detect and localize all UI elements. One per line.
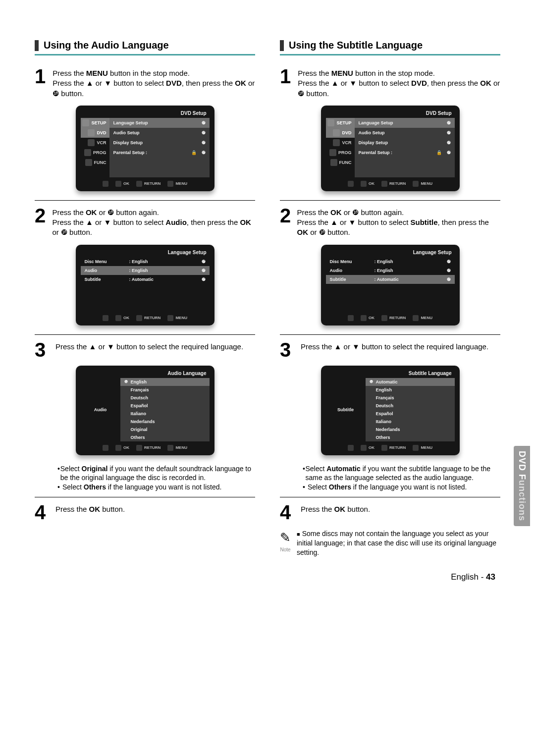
osd-menu-row: Parental Setup :🔒❿ xyxy=(109,148,210,158)
step-2-right: 2 Press the OK or ❿ button again.Press t… xyxy=(280,207,500,238)
osd-menu-row: Language Setup❿ xyxy=(109,118,210,128)
divider-teal xyxy=(280,54,500,55)
note-label: Note xyxy=(280,546,291,553)
osd-side-tab: PROG xyxy=(326,148,355,158)
osd-left-label: Audio xyxy=(81,378,120,441)
osd-main-menu: Language Setup❿Audio Setup❿Display Setup… xyxy=(355,118,455,177)
osd-footer: OKRETURNMENU xyxy=(326,179,455,188)
osd-option-list: ❿English❿Français❿Deutsch❿Español❿Italia… xyxy=(120,378,210,441)
osd-option: ❿Français xyxy=(366,394,455,402)
right-column: Using the Subtitle Language 1 Press the … xyxy=(280,40,500,557)
osd-lang-row: Audio: English❿ xyxy=(81,266,210,275)
note-box: ✎ Note ■Some discs may not contain the l… xyxy=(280,529,500,557)
nav-icon xyxy=(348,315,354,321)
osd-menu-row: Audio Setup❿ xyxy=(355,128,455,138)
osd-side-tab: FUNC xyxy=(326,158,355,167)
osd-title: DVD Setup xyxy=(81,109,210,118)
osd-menu-row: Parental Setup :🔒❿ xyxy=(355,148,455,158)
osd-dvd-setup-right: DVD Setup SETUPDVDVCRPROGFUNC Language S… xyxy=(321,106,460,191)
osd-side-tab: VCR xyxy=(326,138,355,148)
side-tab-dim: unctions xyxy=(517,480,527,521)
osd-footer: OKRETURNMENU xyxy=(81,179,210,188)
pencil-icon: ✎ xyxy=(280,529,291,546)
bullet-item: •Select Automatic if you want the subtit… xyxy=(303,464,500,483)
osd-language-setup-right: Language Setup Disc Menu: English❿Audio:… xyxy=(321,245,460,325)
osd-side-tab: FUNC xyxy=(81,158,109,167)
osd-option: ❿Others xyxy=(366,433,455,441)
osd-subtitle-language: Subtitle Language Subtitle ❿Automatic❿En… xyxy=(321,366,460,455)
osd-side-tabs: SETUPDVDVCRPROGFUNC xyxy=(326,118,355,177)
title-bar-icon xyxy=(280,40,284,51)
nav-icon xyxy=(103,315,108,321)
footer-language: English xyxy=(451,572,479,582)
left-column: Using the Audio Language 1 Press the MEN… xyxy=(35,40,255,557)
osd-language-setup-left: Language Setup Disc Menu: English❿Audio:… xyxy=(76,245,214,325)
osd-title: Audio Language xyxy=(81,370,210,378)
divider xyxy=(35,200,255,201)
step-4-left: 4 Press the OK button. xyxy=(35,503,255,521)
osd-lang-row: Subtitle: Automatic❿ xyxy=(326,275,455,284)
divider xyxy=(280,200,500,201)
nav-icon xyxy=(103,445,108,451)
osd-option: ❿Nederlands xyxy=(366,426,455,433)
heading-subtitle: Using the Subtitle Language xyxy=(289,40,423,51)
osd-side-tab: SETUP xyxy=(326,118,355,128)
osd-option: ❿Español xyxy=(120,402,210,410)
osd-footer: OKRETURNMENU xyxy=(326,443,455,452)
bullet-item: •Select Others if the language you want … xyxy=(303,483,500,492)
osd-side-tab: DVD xyxy=(326,128,355,138)
osd-side-tab: VCR xyxy=(81,138,109,148)
osd-menu-row: Audio Setup❿ xyxy=(109,128,210,138)
osd-option: ❿Deutsch xyxy=(366,402,455,410)
step-text: Press the MENU button in the stop mode.P… xyxy=(53,67,255,99)
step-1-left: 1 Press the MENU button in the stop mode… xyxy=(35,67,255,99)
two-column-layout: Using the Audio Language 1 Press the MEN… xyxy=(35,40,500,557)
note-body: Some discs may not contain the language … xyxy=(297,530,496,556)
step-number: 3 xyxy=(280,341,301,359)
osd-footer: OKRETURNMENU xyxy=(81,314,210,323)
note-text: ■Some discs may not contain the language… xyxy=(297,529,500,557)
square-bullet-icon: ■ xyxy=(297,531,300,537)
step-number: 4 xyxy=(280,503,301,521)
note-icon: ✎ Note xyxy=(280,529,291,557)
osd-dvd-setup-left: DVD Setup SETUPDVDVCRPROGFUNC Language S… xyxy=(76,106,214,191)
osd-option: ❿English xyxy=(366,386,455,394)
osd-option: ❿Original xyxy=(120,426,210,433)
osd-footer: OKRETURNMENU xyxy=(326,314,455,323)
osd-option: ❿Italiano xyxy=(120,410,210,418)
osd-lang-row: Disc Menu: English❿ xyxy=(326,257,455,266)
osd-footer: OKRETURNMENU xyxy=(81,443,210,452)
osd-title: DVD Setup xyxy=(326,109,455,118)
step-1-right: 1 Press the MENU button in the stop mode… xyxy=(280,67,500,99)
osd-option: ❿Others xyxy=(120,433,210,441)
step-3-left: 3 Press the ▲ or ▼ button to select the … xyxy=(35,341,255,359)
section-title-right: Using the Subtitle Language xyxy=(280,40,500,51)
title-bar-icon xyxy=(35,40,39,51)
step-number: 1 xyxy=(280,67,298,99)
osd-menu-row: Display Setup❿ xyxy=(109,138,210,148)
osd-lang-rows: Disc Menu: English❿Audio: English❿Subtit… xyxy=(81,257,210,284)
osd-option: ❿Nederlands xyxy=(120,418,210,426)
osd-side-tab: PROG xyxy=(81,148,109,158)
osd-title: Language Setup xyxy=(326,249,455,257)
osd-option: ❿Automatic xyxy=(366,378,455,386)
osd-left-label: Subtitle xyxy=(326,378,366,441)
step-text: Press the ▲ or ▼ button to select the re… xyxy=(301,341,488,359)
osd-lang-row: Disc Menu: English❿ xyxy=(81,257,210,266)
step-2-left: 2 Press the OK or ❿ button again.Press t… xyxy=(35,207,255,238)
bullets-left: •Select Original if you want the default… xyxy=(57,464,255,492)
step-text: Press the OK button. xyxy=(301,503,370,521)
osd-option: ❿English xyxy=(120,378,210,386)
divider-teal xyxy=(35,54,255,55)
step-text: Press the OK or ❿ button again.Press the… xyxy=(297,207,500,238)
section-title-left: Using the Audio Language xyxy=(35,40,255,51)
osd-title: Subtitle Language xyxy=(326,370,455,378)
osd-lang-row: Subtitle: Automatic❿ xyxy=(81,275,210,284)
osd-menu-row: Display Setup❿ xyxy=(355,138,455,148)
bullet-item: •Select Original if you want the default… xyxy=(57,464,255,483)
osd-side-tab: DVD xyxy=(81,128,109,138)
osd-lang-row: Audio: English❿ xyxy=(326,266,455,275)
step-text: Press the OK or ❿ button again.Press the… xyxy=(52,207,255,238)
nav-icon xyxy=(348,445,354,451)
footer-sep: - xyxy=(479,572,486,582)
